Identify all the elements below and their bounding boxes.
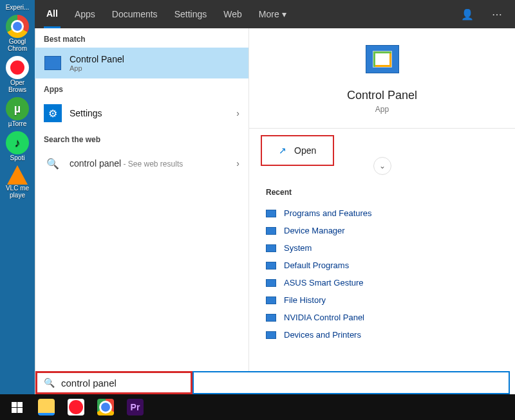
expand-toggle[interactable]: ⌄ <box>249 157 515 175</box>
recent-item[interactable]: NVIDIA Control Panel <box>266 309 498 326</box>
control-panel-icon <box>44 54 62 72</box>
utorrent-icon: µ <box>6 97 29 120</box>
desktop-shortcut-opera[interactable]: Oper Brows <box>1 55 33 95</box>
taskbar-premiere[interactable]: Pr <box>121 394 149 420</box>
start-button[interactable] <box>3 394 31 420</box>
desktop-shortcut-chrome[interactable]: Googl Chrom <box>1 14 33 53</box>
open-label: Open <box>294 145 316 156</box>
gear-icon: ⚙ <box>44 104 62 122</box>
result-web-search[interactable]: 🔍 control panel - See web results › <box>35 148 248 179</box>
desktop-shortcut-utorrent[interactable]: µ µTorre <box>1 96 33 129</box>
search-box-extension[interactable] <box>192 371 510 394</box>
recent-item[interactable]: Device Manager <box>266 222 498 239</box>
web-query: control panel <box>70 158 121 169</box>
control-panel-icon <box>266 279 276 287</box>
control-panel-icon <box>266 210 276 217</box>
recent-item[interactable]: ASUS Smart Gesture <box>266 274 498 291</box>
desktop-label: Experi... <box>6 4 30 11</box>
desktop: Experi... Googl Chrom Oper Brows µ µTorr… <box>0 0 35 394</box>
control-panel-icon <box>266 314 276 322</box>
desktop-shortcut-spotify[interactable]: ♪ Spoti <box>1 130 33 163</box>
chrome-icon <box>6 15 29 38</box>
result-subtitle: App <box>70 64 124 72</box>
control-panel-icon <box>266 262 276 269</box>
desktop-label: Googl Chrom <box>8 38 27 52</box>
recent-item[interactable]: Devices and Printers <box>266 326 498 343</box>
desktop-label: µTorre <box>8 120 27 127</box>
preview-subtitle: App <box>375 105 389 114</box>
search-icon: 🔍 <box>44 378 55 388</box>
search-flyout: All Apps Documents Settings Web More ▾ 👤… <box>35 0 515 394</box>
control-panel-icon <box>266 331 276 339</box>
spotify-icon: ♪ <box>6 131 29 154</box>
recent-item[interactable]: Programs and Features <box>266 205 498 222</box>
tab-more[interactable]: More ▾ <box>256 0 289 28</box>
tab-settings[interactable]: Settings <box>172 0 210 28</box>
chevron-down-icon: ⌄ <box>373 157 391 175</box>
more-options-icon[interactable]: ⋯ <box>488 8 506 21</box>
opera-icon <box>6 56 29 79</box>
result-title: Control Panel <box>70 54 124 64</box>
file-explorer-icon <box>38 399 55 415</box>
recent-header: Recent <box>266 188 498 197</box>
tab-apps[interactable]: Apps <box>72 0 98 28</box>
opera-icon <box>68 399 84 415</box>
result-control-panel[interactable]: Control Panel App <box>35 48 248 78</box>
apps-header: Apps <box>35 78 248 98</box>
preview-title: Control Panel <box>347 89 417 102</box>
recent-item[interactable]: File History <box>266 291 498 309</box>
taskbar-opera[interactable] <box>62 394 90 420</box>
chrome-icon <box>97 399 114 415</box>
chevron-right-icon: › <box>236 158 239 169</box>
search-input[interactable] <box>61 378 184 388</box>
result-settings[interactable]: ⚙ Settings › <box>35 98 248 129</box>
search-scope-tabs: All Apps Documents Settings Web More ▾ 👤… <box>35 0 515 28</box>
control-panel-icon <box>266 227 276 235</box>
recent-section: Recent Programs and Features Device Mana… <box>249 175 515 347</box>
desktop-label: Spoti <box>10 154 25 161</box>
chevron-right-icon: › <box>236 108 239 118</box>
desktop-label: Oper Brows <box>8 79 26 93</box>
tab-all[interactable]: All <box>44 0 61 28</box>
preview-pane: Control Panel App ↗ Open ⌄ Recent Progra… <box>249 28 515 394</box>
search-icon: 🔍 <box>44 154 62 172</box>
control-panel-icon <box>266 244 276 252</box>
feedback-icon[interactable]: 👤 <box>458 8 476 21</box>
best-match-header: Best match <box>35 28 248 48</box>
web-hint: - See web results <box>121 160 183 169</box>
desktop-shortcut-vlc[interactable]: VLC me playe <box>1 164 33 200</box>
web-header: Search the web <box>35 129 248 148</box>
recent-item[interactable]: Default Programs <box>266 257 498 274</box>
control-panel-icon <box>266 297 276 304</box>
open-icon: ↗ <box>279 145 286 156</box>
tab-web[interactable]: Web <box>221 0 245 28</box>
vlc-icon <box>7 165 28 185</box>
taskbar: Pr <box>0 394 515 420</box>
search-box[interactable]: 🔍 <box>35 371 192 394</box>
control-panel-icon <box>366 45 399 73</box>
desktop-shortcut-experi[interactable]: Experi... <box>1 3 33 12</box>
tab-documents[interactable]: Documents <box>109 0 160 28</box>
recent-item[interactable]: System <box>266 239 498 257</box>
preview-hero: Control Panel App <box>249 45 515 129</box>
taskbar-file-explorer[interactable] <box>32 394 61 420</box>
desktop-label: VLC me playe <box>6 185 29 199</box>
premiere-icon: Pr <box>127 399 144 415</box>
results-pane: Best match Control Panel App Apps ⚙ Sett… <box>35 28 249 394</box>
result-title: Settings <box>70 108 102 118</box>
taskbar-chrome[interactable] <box>91 394 120 420</box>
windows-icon <box>12 402 23 413</box>
